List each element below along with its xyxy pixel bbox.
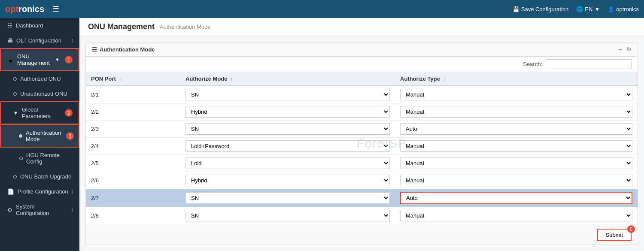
cell-authorize-mode: SNHybridLoid+PasswordLoidSN+Loid bbox=[180, 207, 395, 224]
save-config-label: Save Configuration bbox=[521, 6, 569, 12]
table-row: 2/6SNHybridLoid+PasswordLoidSN+LoidManua… bbox=[86, 172, 638, 189]
refresh-icon[interactable]: ↻ bbox=[626, 46, 632, 53]
badge-3: 3 bbox=[66, 132, 74, 140]
minimize-icon[interactable]: − bbox=[619, 46, 622, 53]
chevron-right-icon: 〉 bbox=[72, 189, 73, 194]
sidebar-item-auth-mode[interactable]: Authentication Mode 3 bbox=[0, 124, 79, 148]
authorize-type-select[interactable]: ManualAuto bbox=[400, 157, 632, 169]
sidebar-item-onu-management[interactable]: 📱 ONU Management ▼ 1 bbox=[0, 48, 79, 71]
authorize-mode-select[interactable]: SNHybridLoid+PasswordLoidSN+Loid bbox=[185, 140, 390, 152]
authorize-type-select[interactable]: ManualAuto bbox=[400, 140, 632, 152]
sidebar-item-label: Global Parameters bbox=[22, 106, 60, 119]
sort-icon-type[interactable]: ↕ bbox=[444, 77, 446, 82]
cell-authorize-mode: SNHybridLoid+PasswordLoidSN+Loid bbox=[180, 103, 395, 121]
main-layout: ☷ Dashboard 🖶 OLT Configuration 〉 📱 ONU … bbox=[0, 18, 644, 251]
authorize-mode-select[interactable]: SNHybridLoid+PasswordLoidSN+Loid bbox=[185, 123, 390, 135]
cell-pon-port: 2/7 bbox=[86, 189, 180, 207]
col-authorize-mode: Authorize Mode ↑ bbox=[180, 72, 395, 86]
authorize-type-select[interactable]: ManualAuto bbox=[400, 192, 632, 204]
logo: optronics• bbox=[5, 4, 46, 14]
auth-mode-table: PON Port ↕ Authorize Mode ↑ Authorize Ty… bbox=[86, 72, 638, 224]
authorize-mode-select[interactable]: SNHybridLoid+PasswordLoidSN+Loid bbox=[185, 210, 390, 221]
cell-pon-port: 2/8 bbox=[86, 207, 180, 224]
card-header: ☰ Authentication Mode − ↻ bbox=[86, 42, 638, 57]
sidebar: ☷ Dashboard 🖶 OLT Configuration 〉 📱 ONU … bbox=[0, 18, 79, 251]
logo-text: ronics bbox=[18, 4, 44, 14]
sort-icon-pon[interactable]: ↕ bbox=[119, 77, 121, 82]
authorize-mode-select[interactable]: SNHybridLoid+PasswordLoidSN+Loid bbox=[185, 192, 390, 204]
table-row: 2/5SNHybridLoid+PasswordLoidSN+LoidManua… bbox=[86, 155, 638, 172]
sidebar-item-olt-config[interactable]: 🖶 OLT Configuration 〉 bbox=[0, 33, 79, 48]
cell-authorize-mode: SNHybridLoid+PasswordLoidSN+Loid bbox=[180, 189, 395, 207]
authorize-type-select[interactable]: ManualAuto bbox=[400, 123, 632, 135]
sidebar-item-unauthorized-onu[interactable]: Unauthorized ONU bbox=[0, 86, 79, 101]
globe-icon: 🌐 bbox=[576, 6, 583, 12]
save-config-button[interactable]: 💾 Save Configuration bbox=[513, 6, 569, 12]
sidebar-item-system-config[interactable]: ⚙ System Configuration 〉 bbox=[0, 199, 79, 221]
dot-icon bbox=[13, 92, 17, 96]
page-header: ONU Management Authentication Mode bbox=[79, 18, 644, 36]
table-row: 2/7SNHybridLoid+PasswordLoidSN+LoidManua… bbox=[86, 189, 638, 207]
page-title: ONU Management bbox=[88, 22, 155, 31]
cell-pon-port: 2/5 bbox=[86, 155, 180, 172]
sidebar-item-label: Authentication Mode bbox=[26, 130, 61, 142]
dot-icon bbox=[13, 175, 17, 178]
sort-icon-mode[interactable]: ↑ bbox=[231, 77, 233, 82]
authorize-type-select[interactable]: ManualAuto bbox=[400, 106, 632, 118]
authorize-mode-select[interactable]: SNHybridLoid+PasswordLoidSN+Loid bbox=[185, 175, 390, 186]
cell-pon-port: 2/4 bbox=[86, 138, 180, 155]
table-body: 2/1SNHybridLoid+PasswordLoidSN+LoidManua… bbox=[86, 86, 638, 224]
authorize-mode-select[interactable]: SNHybridLoid+PasswordLoidSN+Loid bbox=[185, 106, 390, 118]
cell-pon-port: 2/1 bbox=[86, 86, 180, 103]
badge-1: 1 bbox=[65, 56, 73, 64]
cell-authorize-mode: SNHybridLoid+PasswordLoidSN+Loid bbox=[180, 172, 395, 189]
authorize-mode-select[interactable]: SNHybridLoid+PasswordLoidSN+Loid bbox=[185, 89, 390, 100]
sidebar-item-label: ONU Batch Upgrade bbox=[20, 173, 71, 180]
sidebar-item-label: ONU Management bbox=[17, 53, 52, 66]
chevron-right-icon: 〉 bbox=[72, 38, 73, 43]
chevron-down-icon-global: ▼ bbox=[13, 110, 18, 116]
user-menu[interactable]: 👤 optronics bbox=[608, 6, 639, 12]
cell-authorize-type: ManualAuto bbox=[395, 189, 638, 207]
sidebar-item-hgu-remote[interactable]: HGU Remote Config bbox=[0, 148, 79, 169]
dot-icon bbox=[13, 77, 17, 81]
sidebar-item-onu-batch[interactable]: ONU Batch Upgrade bbox=[0, 169, 79, 184]
table-row: 2/1SNHybridLoid+PasswordLoidSN+LoidManua… bbox=[86, 86, 638, 103]
card-title-label: Authentication Mode bbox=[100, 46, 155, 53]
language-label: EN bbox=[585, 6, 592, 12]
cell-authorize-mode: SNHybridLoid+PasswordLoidSN+Loid bbox=[180, 86, 395, 103]
authorize-type-select[interactable]: ManualAuto bbox=[400, 175, 632, 186]
search-input[interactable] bbox=[546, 59, 632, 69]
content-area: ONU Management Authentication Mode ForoI… bbox=[79, 18, 644, 251]
user-icon: 👤 bbox=[608, 6, 614, 12]
cell-authorize-type: ManualAuto bbox=[395, 172, 638, 189]
authorize-type-select[interactable]: ManualAuto bbox=[400, 210, 632, 221]
dot-icon-active bbox=[19, 134, 22, 138]
submit-button[interactable]: Submit 5 bbox=[597, 229, 632, 241]
authorize-type-select[interactable]: ManualAuto bbox=[400, 89, 632, 100]
sidebar-item-dashboard[interactable]: ☷ Dashboard bbox=[0, 18, 79, 33]
language-selector[interactable]: 🌐 EN ▼ bbox=[576, 6, 600, 12]
navbar: optronics• ☰ 💾 Save Configuration 🌐 EN ▼… bbox=[0, 0, 644, 18]
main-card: ForoISP ☰ Authentication Mode − ↻ Search… bbox=[85, 42, 638, 245]
cell-authorize-type: ManualAuto bbox=[395, 138, 638, 155]
navbar-right: 💾 Save Configuration 🌐 EN ▼ 👤 optronics bbox=[513, 6, 639, 12]
olt-icon: 🖶 bbox=[7, 37, 13, 44]
cell-authorize-type: ManualAuto bbox=[395, 155, 638, 172]
save-icon: 💾 bbox=[513, 6, 519, 12]
badge-2: 2 bbox=[65, 109, 73, 117]
submit-label: Submit bbox=[606, 232, 623, 238]
sidebar-item-authorized-onu[interactable]: Authorized ONU bbox=[0, 71, 79, 86]
table-row: 2/2SNHybridLoid+PasswordLoidSN+LoidManua… bbox=[86, 103, 638, 121]
chevron-down-icon: ▼ bbox=[594, 6, 600, 12]
sidebar-item-label: OLT Configuration bbox=[16, 37, 61, 44]
cell-authorize-mode: SNHybridLoid+PasswordLoidSN+Loid bbox=[180, 155, 395, 172]
hamburger-icon[interactable]: ☰ bbox=[52, 4, 59, 14]
badge-5: 5 bbox=[627, 225, 635, 233]
cell-pon-port: 2/3 bbox=[86, 121, 180, 138]
authorize-mode-select[interactable]: SNHybridLoid+PasswordLoidSN+Loid bbox=[185, 157, 390, 169]
sidebar-item-profile-config[interactable]: 📄 Profile Configuration 〉 bbox=[0, 184, 79, 199]
sidebar-item-global-params[interactable]: ▼ Global Parameters 2 bbox=[0, 101, 79, 124]
cell-pon-port: 2/2 bbox=[86, 103, 180, 121]
table-header: PON Port ↕ Authorize Mode ↑ Authorize Ty… bbox=[86, 72, 638, 86]
